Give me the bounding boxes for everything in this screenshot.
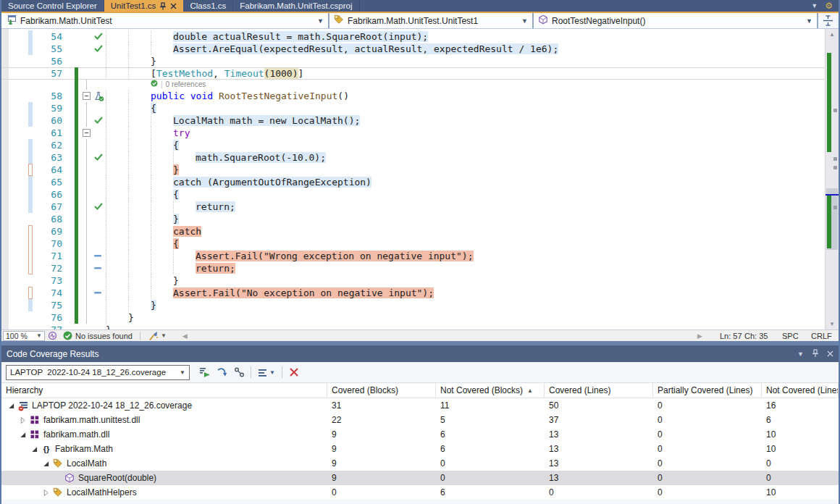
coverage-panel-title-bar[interactable]: Code Coverage Results ▼ [1,345,839,362]
coverage-table-row[interactable]: fabrikam.math.unittest.dll2253706 [1,413,839,427]
tab-csproj[interactable]: Fabrikam.Math.UnitTest.csproj [233,0,359,12]
code-line[interactable]: 66{ [1,188,825,201]
not-covered-dash-icon[interactable] [93,287,106,299]
expand-arrow[interactable] [19,417,26,424]
glyph-margin[interactable] [93,127,106,139]
coverage-table-row[interactable]: LocalMathHelpers060010 [1,485,839,500]
code-text[interactable]: public void RootTestNegativeInput() [106,90,825,102]
collapse-box[interactable] [81,90,93,102]
column-header[interactable]: Not Covered (Blocks)▲ [436,383,545,398]
code-text[interactable]: return; [106,262,825,274]
test-marker-icon[interactable] [93,90,106,102]
zoom-dropdown[interactable]: 100 % ▼ [3,331,45,341]
covered-check-icon[interactable] [93,151,106,164]
code-line[interactable]: 77} [1,324,825,329]
code-line[interactable]: 60LocalMath math = new LocalMath(); [1,114,825,127]
glyph-margin[interactable] [93,55,106,67]
code-line[interactable]: 70{ [1,238,825,250]
code-line[interactable]: 68} [1,213,825,225]
code-text[interactable]: { [106,139,825,151]
glyph-margin[interactable] [93,299,106,311]
code-line[interactable]: 72return; [1,262,825,274]
pin-icon[interactable] [812,349,819,359]
code-text[interactable]: Assert.AreEqual(expectedResult, actualRe… [106,43,825,55]
covered-check-icon[interactable] [93,201,106,213]
hscroll-left-arrow[interactable]: ◀ [182,332,188,340]
vertical-scrollbar[interactable]: ▲ ▼ [825,29,839,329]
scroll-up-arrow[interactable]: ▲ [826,29,839,40]
hscroll-right-arrow[interactable]: ▶ [697,332,702,340]
issues-status[interactable]: No issues found [63,331,133,340]
code-line[interactable]: 61try [1,127,825,139]
code-line[interactable]: 71Assert.Fail("Wrong exception on negati… [1,250,825,262]
glyph-margin[interactable] [93,67,106,80]
eol-indicator[interactable]: CRLF [811,332,839,340]
code-line[interactable]: 67return; [1,201,825,213]
expand-arrow[interactable] [42,461,49,467]
window-position-chevron-icon[interactable]: ▼ [797,350,804,358]
member-dropdown[interactable]: RootTestNegativeInput() ▼ [534,13,818,28]
glyph-margin[interactable] [93,311,106,324]
code-line[interactable]: 69catch [1,225,825,238]
code-text[interactable]: } [106,299,825,311]
glyph-margin[interactable] [93,164,106,176]
code-cleanup-button[interactable]: ▼ [148,331,167,341]
code-text[interactable]: } [106,311,825,324]
code-text[interactable]: } [106,55,825,67]
close-icon[interactable] [827,350,833,358]
scroll-down-arrow[interactable]: ▼ [826,319,839,329]
code-line[interactable]: 55Assert.AreEqual(expectedResult, actual… [1,43,825,55]
project-dropdown[interactable]: Fabrikam.Math.UnitTest ▼ [1,13,329,28]
code-text[interactable]: Assert.Fail("Wrong exception on negative… [106,250,825,262]
covered-check-icon[interactable] [93,43,106,55]
glyph-margin[interactable] [93,324,106,329]
code-text[interactable]: { [106,238,825,250]
tab-unittest1[interactable]: UnitTest1.cs [104,0,184,12]
code-line[interactable]: 65catch (ArgumentOutOfRangeException) [1,176,825,188]
glyph-margin[interactable] [93,176,106,188]
glyph-margin[interactable] [93,238,106,250]
codelens-references[interactable]: 0 references [166,80,206,90]
pin-icon[interactable] [159,2,167,10]
tab-list-chevron-icon[interactable]: ▼ [811,2,818,9]
code-line[interactable]: 75} [1,299,825,311]
split-editor-button[interactable] [818,13,837,28]
code-line[interactable]: 58public void RootTestNegativeInput() [1,90,825,102]
code-text[interactable]: LocalMath math = new LocalMath(); [106,114,825,127]
expand-arrow[interactable] [30,446,38,453]
document-health-icon[interactable] [48,331,57,340]
glyph-margin[interactable] [93,213,106,225]
glyph-margin[interactable] [93,274,106,287]
code-line[interactable]: 73} [1,274,825,287]
coverage-table-row[interactable]: LocalMath901300 [1,456,839,471]
code-line[interactable]: 62{ [1,139,825,151]
class-dropdown[interactable]: Fabrikam.Math.UnitTest.UnitTest1 ▼ [329,13,534,28]
glyph-margin[interactable] [93,188,106,201]
code-line[interactable]: 63math.SquareRoot(-10.0); [1,151,825,164]
code-text[interactable]: } [106,274,825,287]
code-text[interactable]: double actualResult = math.SquareRoot(in… [106,30,825,43]
coverage-table-row[interactable]: fabrikam.math.dll9613010 [1,427,839,442]
gear-icon[interactable]: ⚙ [825,1,833,10]
coverage-table-row[interactable]: SquareRoot(double)901300 [1,471,839,485]
code-line[interactable]: 74Assert.Fail("No exception on negative … [1,287,825,299]
tab-class1[interactable]: Class1.cs [183,0,233,12]
remove-result-icon[interactable] [285,364,303,380]
code-text[interactable]: try [106,127,825,139]
column-header[interactable]: Covered (Lines) [545,383,653,398]
columns-options-icon[interactable]: ▼ [254,364,279,380]
not-covered-dash-icon[interactable] [93,262,106,274]
code-text[interactable]: } [106,164,825,176]
code-text[interactable]: catch [106,225,825,238]
coverage-table-row[interactable]: {}Fabrikam.Math9613010 [1,442,839,456]
codelens-row[interactable]: |0 references [1,80,825,90]
collapse-box[interactable] [81,127,93,139]
code-line[interactable]: 57[TestMethod, Timeout(1000)] [1,67,825,80]
column-header[interactable]: Hierarchy [1,383,327,398]
glyph-margin[interactable] [93,102,106,114]
spaces-indicator[interactable]: SPC [782,332,811,340]
expand-arrow[interactable] [19,432,26,438]
glyph-margin[interactable] [93,139,106,151]
column-header[interactable]: Covered (Blocks) [327,383,436,398]
code-line[interactable]: 76} [1,311,825,324]
